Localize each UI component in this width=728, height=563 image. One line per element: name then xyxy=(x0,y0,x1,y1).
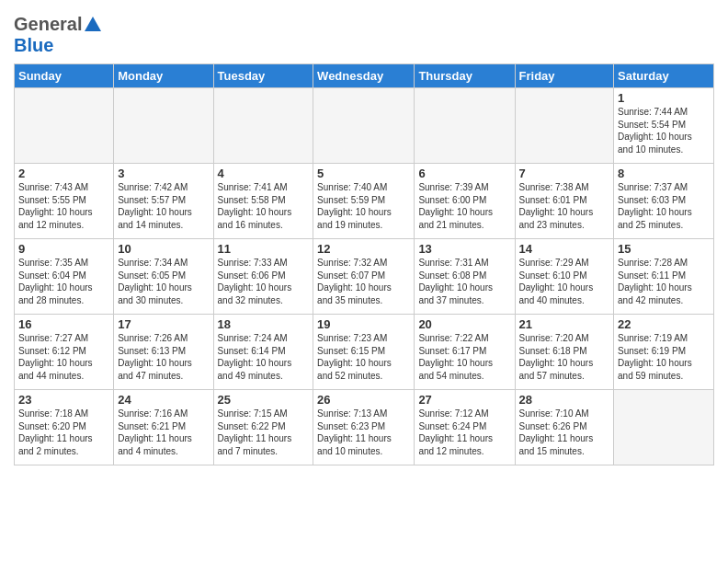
calendar-weekday-thursday: Thursday xyxy=(415,64,515,88)
day-number: 6 xyxy=(418,167,510,180)
calendar-header-row: SundayMondayTuesdayWednesdayThursdayFrid… xyxy=(15,64,714,88)
calendar-week-3: 9Sunrise: 7:35 AM Sunset: 6:04 PM Daylig… xyxy=(15,239,714,315)
day-info: Sunrise: 7:31 AM Sunset: 6:08 PM Dayligh… xyxy=(418,257,510,306)
day-number: 23 xyxy=(18,393,109,407)
svg-marker-0 xyxy=(85,17,101,31)
calendar-cell: 6Sunrise: 7:39 AM Sunset: 6:00 PM Daylig… xyxy=(415,164,515,239)
calendar-cell: 2Sunrise: 7:43 AM Sunset: 5:55 PM Daylig… xyxy=(15,164,114,239)
day-info: Sunrise: 7:32 AM Sunset: 6:07 PM Dayligh… xyxy=(317,257,410,306)
calendar-cell: 13Sunrise: 7:31 AM Sunset: 6:08 PM Dayli… xyxy=(415,239,515,315)
day-number: 16 xyxy=(18,317,109,331)
day-info: Sunrise: 7:19 AM Sunset: 6:19 PM Dayligh… xyxy=(618,332,710,382)
day-info: Sunrise: 7:35 AM Sunset: 6:04 PM Dayligh… xyxy=(18,257,109,306)
day-number: 15 xyxy=(618,242,710,256)
day-info: Sunrise: 7:20 AM Sunset: 6:18 PM Dayligh… xyxy=(519,332,610,382)
day-info: Sunrise: 7:44 AM Sunset: 5:54 PM Dayligh… xyxy=(618,106,710,155)
calendar-cell xyxy=(313,88,415,164)
day-number: 11 xyxy=(218,242,310,256)
day-number: 13 xyxy=(418,242,510,256)
day-number: 3 xyxy=(118,167,209,180)
calendar-cell xyxy=(213,88,313,164)
day-number: 20 xyxy=(418,317,510,331)
day-info: Sunrise: 7:15 AM Sunset: 6:22 PM Dayligh… xyxy=(218,408,310,457)
calendar-weekday-friday: Friday xyxy=(515,64,614,88)
day-info: Sunrise: 7:29 AM Sunset: 6:10 PM Dayligh… xyxy=(519,257,610,306)
day-number: 4 xyxy=(218,167,310,180)
calendar-cell: 25Sunrise: 7:15 AM Sunset: 6:22 PM Dayli… xyxy=(213,390,313,465)
calendar-cell: 15Sunrise: 7:28 AM Sunset: 6:11 PM Dayli… xyxy=(614,239,714,315)
day-number: 19 xyxy=(317,317,410,331)
calendar-week-5: 23Sunrise: 7:18 AM Sunset: 6:20 PM Dayli… xyxy=(15,390,714,465)
day-info: Sunrise: 7:22 AM Sunset: 6:17 PM Dayligh… xyxy=(418,332,510,382)
calendar-cell: 20Sunrise: 7:22 AM Sunset: 6:17 PM Dayli… xyxy=(415,315,515,390)
day-info: Sunrise: 7:23 AM Sunset: 6:15 PM Dayligh… xyxy=(317,332,410,382)
header: General Blue xyxy=(14,9,714,56)
day-info: Sunrise: 7:40 AM Sunset: 5:59 PM Dayligh… xyxy=(317,181,410,231)
day-info: Sunrise: 7:26 AM Sunset: 6:13 PM Dayligh… xyxy=(118,332,209,382)
calendar-cell: 23Sunrise: 7:18 AM Sunset: 6:20 PM Dayli… xyxy=(15,390,114,465)
day-info: Sunrise: 7:41 AM Sunset: 5:58 PM Dayligh… xyxy=(218,181,310,231)
day-info: Sunrise: 7:42 AM Sunset: 5:57 PM Dayligh… xyxy=(118,181,209,231)
calendar-cell: 26Sunrise: 7:13 AM Sunset: 6:23 PM Dayli… xyxy=(313,390,415,465)
day-number: 25 xyxy=(218,393,310,407)
logo: General Blue xyxy=(14,9,104,56)
day-number: 24 xyxy=(118,393,209,407)
day-number: 18 xyxy=(218,317,310,331)
day-info: Sunrise: 7:13 AM Sunset: 6:23 PM Dayligh… xyxy=(317,408,410,457)
calendar-cell: 10Sunrise: 7:34 AM Sunset: 6:05 PM Dayli… xyxy=(114,239,213,315)
calendar-cell: 21Sunrise: 7:20 AM Sunset: 6:18 PM Dayli… xyxy=(515,315,614,390)
calendar-cell: 19Sunrise: 7:23 AM Sunset: 6:15 PM Dayli… xyxy=(313,315,415,390)
calendar-week-4: 16Sunrise: 7:27 AM Sunset: 6:12 PM Dayli… xyxy=(15,315,714,390)
day-number: 17 xyxy=(118,317,209,331)
day-number: 7 xyxy=(519,167,610,180)
calendar-cell: 24Sunrise: 7:16 AM Sunset: 6:21 PM Dayli… xyxy=(114,390,213,465)
calendar-weekday-sunday: Sunday xyxy=(15,64,114,88)
calendar-cell xyxy=(515,88,614,164)
main-container: General Blue SundayMondayTuesdayWednesda… xyxy=(0,0,728,470)
day-number: 26 xyxy=(317,393,410,407)
day-info: Sunrise: 7:24 AM Sunset: 6:14 PM Dayligh… xyxy=(218,332,310,382)
day-info: Sunrise: 7:27 AM Sunset: 6:12 PM Dayligh… xyxy=(18,332,109,382)
day-number: 14 xyxy=(519,242,610,256)
logo-icon xyxy=(83,15,103,35)
calendar-cell: 16Sunrise: 7:27 AM Sunset: 6:12 PM Dayli… xyxy=(15,315,114,390)
day-number: 10 xyxy=(118,242,209,256)
day-info: Sunrise: 7:28 AM Sunset: 6:11 PM Dayligh… xyxy=(618,257,710,306)
day-info: Sunrise: 7:10 AM Sunset: 6:26 PM Dayligh… xyxy=(519,408,610,457)
calendar-cell xyxy=(415,88,515,164)
day-info: Sunrise: 7:43 AM Sunset: 5:55 PM Dayligh… xyxy=(18,181,109,231)
day-info: Sunrise: 7:18 AM Sunset: 6:20 PM Dayligh… xyxy=(18,408,109,457)
calendar-cell: 22Sunrise: 7:19 AM Sunset: 6:19 PM Dayli… xyxy=(614,315,714,390)
calendar-cell: 3Sunrise: 7:42 AM Sunset: 5:57 PM Daylig… xyxy=(114,164,213,239)
calendar-weekday-saturday: Saturday xyxy=(614,64,714,88)
day-number: 21 xyxy=(519,317,610,331)
day-number: 22 xyxy=(618,317,710,331)
calendar-weekday-tuesday: Tuesday xyxy=(213,64,313,88)
day-info: Sunrise: 7:38 AM Sunset: 6:01 PM Dayligh… xyxy=(519,181,610,231)
day-number: 5 xyxy=(317,167,410,180)
calendar-cell xyxy=(15,88,114,164)
logo-general: General xyxy=(14,14,82,35)
calendar-cell: 11Sunrise: 7:33 AM Sunset: 6:06 PM Dayli… xyxy=(213,239,313,315)
calendar-cell: 12Sunrise: 7:32 AM Sunset: 6:07 PM Dayli… xyxy=(313,239,415,315)
day-number: 28 xyxy=(519,393,610,407)
day-info: Sunrise: 7:12 AM Sunset: 6:24 PM Dayligh… xyxy=(418,408,510,457)
calendar-cell: 8Sunrise: 7:37 AM Sunset: 6:03 PM Daylig… xyxy=(614,164,714,239)
day-number: 8 xyxy=(618,167,710,180)
calendar-cell xyxy=(614,390,714,465)
logo-blue: Blue xyxy=(14,35,53,56)
calendar-cell xyxy=(114,88,213,164)
day-info: Sunrise: 7:37 AM Sunset: 6:03 PM Dayligh… xyxy=(618,181,710,231)
calendar-cell: 27Sunrise: 7:12 AM Sunset: 6:24 PM Dayli… xyxy=(415,390,515,465)
day-number: 27 xyxy=(418,393,510,407)
calendar-week-2: 2Sunrise: 7:43 AM Sunset: 5:55 PM Daylig… xyxy=(15,164,714,239)
calendar-week-1: 1Sunrise: 7:44 AM Sunset: 5:54 PM Daylig… xyxy=(15,88,714,164)
day-info: Sunrise: 7:39 AM Sunset: 6:00 PM Dayligh… xyxy=(418,181,510,231)
calendar-table: SundayMondayTuesdayWednesdayThursdayFrid… xyxy=(14,63,714,465)
day-number: 2 xyxy=(18,167,109,180)
calendar-cell: 28Sunrise: 7:10 AM Sunset: 6:26 PM Dayli… xyxy=(515,390,614,465)
calendar-cell: 18Sunrise: 7:24 AM Sunset: 6:14 PM Dayli… xyxy=(213,315,313,390)
calendar-cell: 9Sunrise: 7:35 AM Sunset: 6:04 PM Daylig… xyxy=(15,239,114,315)
calendar-cell: 14Sunrise: 7:29 AM Sunset: 6:10 PM Dayli… xyxy=(515,239,614,315)
calendar-cell: 1Sunrise: 7:44 AM Sunset: 5:54 PM Daylig… xyxy=(614,88,714,164)
